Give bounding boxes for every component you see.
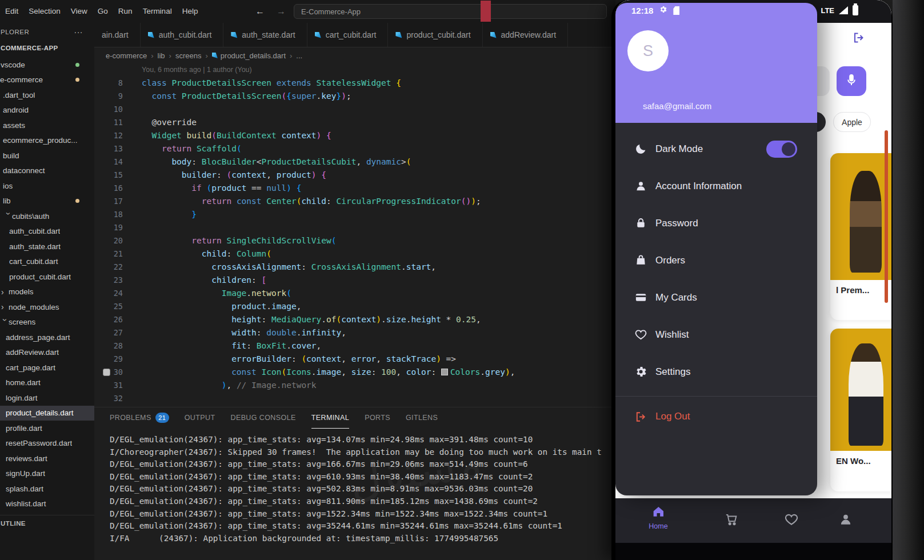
- menu-help[interactable]: Help: [177, 0, 203, 23]
- file-auth-cubit-dart[interactable]: auth_cubit.dart: [0, 224, 94, 239]
- panel-tab-problems[interactable]: PROBLEMS21: [110, 407, 169, 428]
- file-auth-state-dart[interactable]: auth_state.dart: [0, 239, 94, 254]
- bag-icon: [633, 254, 648, 267]
- panel-tab-gitlens[interactable]: GITLENS: [406, 407, 438, 428]
- code-line: 11 @override: [94, 116, 615, 129]
- file-addreview-dart[interactable]: addReview.dart: [0, 345, 94, 361]
- breadcrumb-item-[interactable]: ...: [296, 51, 302, 60]
- file-product-details-dart[interactable]: product_details.dart: [0, 406, 94, 421]
- drawer-item-wishlist[interactable]: Wishlist: [615, 316, 817, 353]
- tab-product-cubit-dart[interactable]: product_cubit.dart: [388, 23, 482, 47]
- file-node-modules[interactable]: ›node_modules: [0, 299, 94, 315]
- file-product-cubit-dart[interactable]: product_cubit.dart: [0, 269, 94, 285]
- file-cart-cubit-dart[interactable]: cart_cubit.dart: [0, 254, 94, 270]
- file-reviews-dart[interactable]: reviews.dart: [0, 451, 94, 466]
- file-screens[interactable]: ›screens: [0, 315, 94, 330]
- file-ios[interactable]: ios: [0, 178, 94, 194]
- tab-cart-cubit-dart[interactable]: cart_cubit.dart: [307, 23, 389, 47]
- nav-profile[interactable]: [838, 512, 853, 529]
- nav-wishlist[interactable]: [784, 512, 799, 529]
- menu-edit[interactable]: Edit: [0, 0, 23, 23]
- file-lib[interactable]: lib: [0, 194, 94, 209]
- code-line: 15 builder: (context, product) {: [94, 169, 615, 182]
- outline-section[interactable]: UTLINE: [0, 515, 94, 531]
- dart-icon: [490, 32, 497, 38]
- workspace-name[interactable]: COMMERCE-APP: [0, 41, 94, 55]
- menu-selection[interactable]: Selection: [23, 0, 66, 23]
- panel-tab-terminal[interactable]: TERMINAL: [311, 407, 349, 429]
- codelens-annotation[interactable]: You, 6 months ago | 1 author (You): [142, 63, 615, 77]
- mic-button[interactable]: [837, 66, 866, 96]
- file-dart-tool[interactable]: .dart_tool: [0, 87, 94, 103]
- terminal-output[interactable]: D/EGL_emulation(24367): app_time_stats: …: [94, 428, 615, 545]
- breadcrumb-item-product-details-dart[interactable]: product_details.dart: [212, 51, 286, 60]
- code-editor[interactable]: 8class ProductDetailsScreen extends Stat…: [94, 77, 615, 405]
- drawer-header: S safaa@gmail.com: [615, 3, 817, 123]
- file-vscode[interactable]: vscode: [0, 57, 94, 73]
- file-splash-dart[interactable]: splash.dart: [0, 481, 94, 497]
- breadcrumb-item-screens[interactable]: screens: [175, 51, 202, 60]
- code-line: 25 product.image,: [94, 300, 615, 313]
- tab-auth-cubit-dart[interactable]: auth_cubit.dart: [141, 23, 224, 47]
- vscode-window: EditSelectionViewGoRunTerminalHelp ← → E…: [0, 0, 615, 560]
- line-number: 8: [118, 77, 123, 90]
- dark-mode-toggle[interactable]: [766, 141, 797, 158]
- category-chip-apple[interactable]: Apple: [833, 112, 871, 132]
- file-assets[interactable]: assets: [0, 118, 94, 133]
- file-ecommerce-produc[interactable]: ecommerce_produc...: [0, 133, 94, 149]
- file-dataconnect[interactable]: dataconnect: [0, 163, 94, 179]
- dart-icon: [315, 32, 321, 38]
- menu-go[interactable]: Go: [93, 0, 113, 23]
- file-models[interactable]: ›models: [0, 285, 94, 300]
- app-logout-icon[interactable]: [852, 31, 866, 47]
- file-resetpassword-dart[interactable]: resetPassword.dart: [0, 436, 94, 451]
- panel-tab-debug-console[interactable]: DEBUG CONSOLE: [230, 407, 295, 428]
- file-build[interactable]: build: [0, 148, 94, 163]
- drawer-item-account-information[interactable]: Account Information: [615, 167, 817, 205]
- line-number: 25: [114, 300, 123, 313]
- tab-auth-state-dart[interactable]: auth_state.dart: [223, 23, 307, 47]
- product-card[interactable]: EN Wo...: [830, 329, 891, 491]
- drawer-item-settings[interactable]: Settings: [615, 353, 817, 390]
- tab-addreview-dart[interactable]: addReview.dart: [483, 23, 569, 47]
- drawer-item-password[interactable]: Password: [615, 205, 817, 242]
- logout-icon: [633, 410, 648, 423]
- menu-bar: EditSelectionViewGoRunTerminalHelp: [0, 0, 203, 23]
- file-cart-page-dart[interactable]: cart_page.dart: [0, 360, 94, 375]
- scrollbar[interactable]: [885, 130, 888, 303]
- menu-run[interactable]: Run: [113, 0, 138, 23]
- file-home-dart[interactable]: home.dart: [0, 375, 94, 391]
- gutter-glyph-icon: [103, 369, 110, 376]
- nav-home-label: Home: [649, 522, 667, 530]
- drawer-item-orders[interactable]: Orders: [615, 242, 817, 279]
- code-line: 19: [94, 221, 615, 234]
- status-right: LTE: [821, 5, 858, 15]
- nav-home[interactable]: Home: [649, 504, 667, 530]
- nav-forward-arrow[interactable]: →: [277, 0, 286, 23]
- file-login-dart[interactable]: login.dart: [0, 390, 94, 406]
- file-android[interactable]: android: [0, 103, 94, 118]
- menu-view[interactable]: View: [66, 0, 93, 23]
- panel-tab-ports[interactable]: PORTS: [365, 407, 390, 428]
- breadcrumb-item-e-commerce[interactable]: e-commerce: [106, 51, 147, 60]
- breadcrumb-item-lib[interactable]: lib: [158, 51, 165, 60]
- heart-icon: [633, 328, 648, 341]
- nav-back-arrow[interactable]: ←: [255, 0, 265, 23]
- product-card[interactable]: l Prem...: [830, 153, 891, 320]
- file-e-commerce[interactable]: e-commerce: [0, 73, 94, 88]
- panel-tab-output[interactable]: OUTPUT: [185, 407, 215, 428]
- file-cubits-auth[interactable]: ›cubits\auth: [0, 209, 94, 224]
- file-wishlist-dart[interactable]: wishlist.dart: [0, 497, 94, 512]
- file-address-page-dart[interactable]: address_page.dart: [0, 330, 94, 345]
- tab-ain-dart[interactable]: ain.dart: [94, 23, 141, 47]
- drawer-item-dark-mode[interactable]: Dark Mode: [615, 130, 817, 167]
- file-profile-dart[interactable]: profile.dart: [0, 421, 94, 436]
- user-email: safaa@gmail.com: [643, 101, 711, 111]
- menu-terminal[interactable]: Terminal: [138, 0, 177, 23]
- nav-cart[interactable]: [724, 512, 739, 529]
- file-signup-dart[interactable]: signUp.dart: [0, 466, 94, 482]
- logout-button[interactable]: Log Out: [615, 397, 817, 437]
- drawer-item-my-cards[interactable]: My Cards: [615, 279, 817, 316]
- explorer-actions-icon[interactable]: ···: [74, 23, 83, 41]
- command-center-search[interactable]: E-Commerce-App: [294, 4, 607, 19]
